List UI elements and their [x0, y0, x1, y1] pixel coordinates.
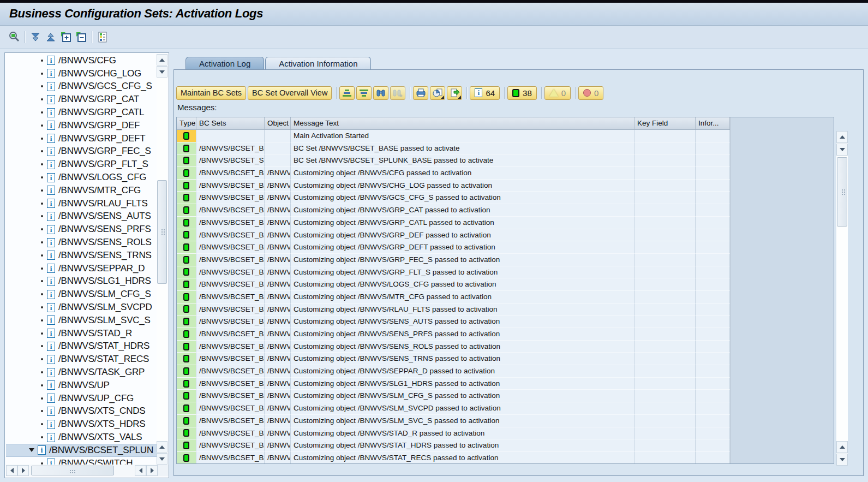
- scrollbar-thumb[interactable]: [31, 466, 114, 475]
- info-icon[interactable]: i: [47, 238, 55, 247]
- tab-activation-log[interactable]: Activation Log: [185, 57, 264, 70]
- table-row[interactable]: /BNWVS/BCSET_BASE/BNWV...Customizing obj…: [177, 316, 730, 328]
- type-cell[interactable]: [177, 415, 196, 427]
- scroll-down-button[interactable]: [836, 454, 848, 466]
- type-cell[interactable]: [177, 341, 196, 353]
- collapse-all-icon[interactable]: [44, 30, 58, 44]
- type-cell[interactable]: [177, 192, 196, 204]
- tree-item[interactable]: i/BNWVS/CFG: [6, 54, 157, 67]
- table-row[interactable]: /BNWVS/BCSET_BASE/BNWV...Customizing obj…: [177, 291, 730, 304]
- info-icon[interactable]: i: [47, 56, 55, 65]
- tree-horizontal-scrollbar[interactable]: [6, 465, 169, 477]
- type-cell[interactable]: [177, 402, 196, 415]
- tree-item[interactable]: i/BNWVS/SENS_AUTS: [6, 210, 157, 223]
- tree-item[interactable]: i/BNWVS/SENS_PRFS: [6, 223, 157, 236]
- scroll-up-button[interactable]: [157, 54, 167, 66]
- tree-item[interactable]: i/BNWVS/XTS_VALS: [6, 431, 157, 444]
- bc-set-overall-view-button[interactable]: BC Set Overvall View: [248, 86, 332, 100]
- info-icon[interactable]: i: [47, 303, 55, 312]
- info-icon[interactable]: i: [47, 251, 55, 260]
- scroll-down-button[interactable]: [157, 66, 167, 78]
- table-row[interactable]: /BNWVS/BCSET_BASE/BNWV...Customizing obj…: [177, 266, 730, 279]
- table-row[interactable]: /BNWVS/BCSET_BASE/BNWV...Customizing obj…: [177, 229, 730, 242]
- info-icon[interactable]: i: [47, 420, 55, 429]
- type-cell[interactable]: [177, 204, 196, 217]
- column-header-infor[interactable]: Infor...: [696, 117, 730, 129]
- success-count-button[interactable]: 38: [507, 86, 537, 100]
- find-next-icon[interactable]: [390, 86, 405, 100]
- expand-all-icon[interactable]: [28, 30, 43, 44]
- info-icon[interactable]: i: [47, 316, 55, 325]
- print-icon[interactable]: [413, 86, 428, 100]
- table-row[interactable]: /BNWVS/BCSET_SPL...BC Set /BNWVS/BCSET_S…: [177, 154, 730, 167]
- table-row[interactable]: /BNWVS/BCSET_BASEBC Set /BNWVS/BCSET_BAS…: [177, 142, 730, 155]
- info-icon[interactable]: i: [47, 199, 55, 208]
- column-header-message-text[interactable]: Message Text: [291, 117, 634, 129]
- table-row[interactable]: /BNWVS/BCSET_BASE/BNWV...Customizing obj…: [177, 439, 730, 452]
- tree-item[interactable]: i/BNWVS/GRP_DEF: [6, 119, 157, 132]
- type-cell[interactable]: [177, 278, 196, 291]
- type-cell[interactable]: [177, 353, 196, 365]
- tree-item-selected[interactable]: i/BNWVS/BCSET_SPLUN: [6, 444, 157, 457]
- info-icon[interactable]: i: [47, 69, 55, 78]
- warning-count-button[interactable]: 0: [544, 86, 571, 100]
- collapse-node-icon[interactable]: [74, 30, 88, 44]
- scroll-up-button[interactable]: [157, 441, 167, 453]
- tab-activation-information[interactable]: Activation Information: [265, 57, 371, 70]
- tree-item[interactable]: i/BNWVS/LOGS_CFG: [6, 171, 157, 184]
- type-cell[interactable]: [177, 390, 196, 402]
- tree-item[interactable]: i/BNWVS/XTS_HDRS: [6, 418, 157, 431]
- type-cell[interactable]: [177, 266, 196, 279]
- column-header-type[interactable]: Type: [177, 117, 196, 129]
- info-icon[interactable]: i: [47, 121, 55, 130]
- type-cell[interactable]: [177, 328, 196, 341]
- table-row[interactable]: /BNWVS/BCSET_BASE/BNWV...Customizing obj…: [177, 402, 730, 415]
- tree-item[interactable]: i/BNWVS/STAD_R: [6, 327, 157, 340]
- tree-item[interactable]: i/BNWVS/RLAU_FLTS: [6, 197, 157, 210]
- tree-item[interactable]: i/BNWVS/GRP_DEFT: [6, 132, 157, 145]
- sort-ascending-icon[interactable]: [339, 86, 355, 100]
- tree-item[interactable]: i/BNWVS/SLM_SVC_S: [6, 314, 157, 327]
- info-count-button[interactable]: i 64: [470, 86, 500, 100]
- type-cell[interactable]: [177, 439, 196, 452]
- tree-item[interactable]: i/BNWVS/CHG_LOG: [6, 67, 157, 80]
- info-icon[interactable]: i: [47, 394, 55, 403]
- info-icon[interactable]: i: [47, 264, 55, 273]
- table-row[interactable]: /BNWVS/BCSET_BASE/BNWV...Customizing obj…: [177, 452, 730, 464]
- info-icon[interactable]: i: [47, 225, 55, 234]
- tree-item[interactable]: i/BNWVS/GRP_CATL: [6, 106, 157, 119]
- collapse-arrow-icon[interactable]: [29, 448, 34, 452]
- tree-item[interactable]: i/BNWVS/GRP_FLT_S: [6, 158, 157, 171]
- scroll-left-button[interactable]: [6, 465, 17, 476]
- table-row[interactable]: /BNWVS/BCSET_BASE/BNWV...Customizing obj…: [177, 192, 730, 204]
- type-cell[interactable]: [177, 291, 196, 304]
- table-row[interactable]: /BNWVS/BCSET_BASE/BNWV...Customizing obj…: [177, 328, 730, 341]
- info-icon[interactable]: i: [47, 160, 55, 169]
- table-row[interactable]: /BNWVS/BCSET_BASE/BNWV...Customizing obj…: [177, 180, 730, 192]
- info-icon[interactable]: i: [47, 186, 55, 195]
- expand-node-icon[interactable]: [59, 30, 73, 44]
- views-icon[interactable]: [430, 86, 445, 100]
- table-row[interactable]: /BNWVS/BCSET_BASE/BNWV...Customizing obj…: [177, 365, 730, 378]
- type-cell[interactable]: [177, 427, 196, 440]
- sort-descending-icon[interactable]: [356, 86, 372, 100]
- table-row[interactable]: /BNWVS/BCSET_BASE/BNWV...Customizing obj…: [177, 341, 730, 353]
- tree-item[interactable]: i/BNWVS/STAT_HDRS: [6, 340, 157, 353]
- info-icon[interactable]: i: [47, 134, 55, 143]
- error-count-button[interactable]: 0: [578, 86, 603, 100]
- info-icon[interactable]: i: [47, 342, 55, 351]
- info-icon[interactable]: i: [38, 445, 46, 455]
- info-icon[interactable]: i: [47, 290, 55, 299]
- tree-item[interactable]: i/BNWVS/SLM_CFG_S: [6, 288, 157, 301]
- type-cell[interactable]: [177, 365, 196, 378]
- info-icon[interactable]: i: [47, 108, 55, 117]
- tree-item[interactable]: i/BNWVS/UP_CFG: [6, 392, 157, 405]
- tree-item[interactable]: i/BNWVS/SEPPAR_D: [6, 262, 157, 275]
- table-row[interactable]: /BNWVS/BCSET_BASE/BNWV...Customizing obj…: [177, 217, 730, 229]
- scroll-right-button[interactable]: [146, 465, 158, 476]
- table-row[interactable]: /BNWVS/BCSET_BASE/BNWV...Customizing obj…: [177, 378, 730, 390]
- column-header-object[interactable]: Object: [265, 117, 291, 129]
- scroll-up-button[interactable]: [836, 441, 848, 453]
- info-icon[interactable]: i: [47, 407, 55, 416]
- table-row[interactable]: /BNWVS/BCSET_BASE/BNWV...Customizing obj…: [177, 427, 730, 440]
